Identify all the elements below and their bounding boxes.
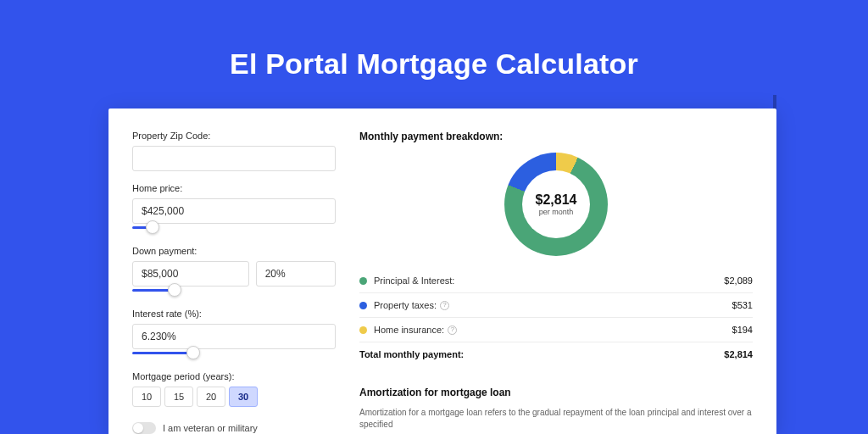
veteran-label: I am veteran or military: [163, 423, 258, 433]
dot-taxes: [359, 302, 367, 309]
donut-sub: per month: [539, 208, 574, 216]
amortization-title: Amortization for mortgage loan: [359, 387, 753, 398]
home-price-label: Home price:: [132, 183, 336, 193]
donut-center: $2,814 per month: [522, 170, 590, 238]
legend-row-taxes: Property taxes: ? $531: [359, 293, 753, 318]
legend-row-principal: Principal & Interest: $2,089: [359, 269, 753, 293]
veteran-row: I am veteran or military: [132, 422, 336, 434]
down-payment-label: Down payment:: [132, 246, 336, 256]
period-segmented: 10 15 20 30: [132, 387, 336, 407]
period-option-20[interactable]: 20: [197, 387, 225, 407]
legend-val-insurance: $194: [732, 325, 753, 335]
info-icon[interactable]: ?: [440, 301, 449, 310]
interest-rate-label: Interest rate (%):: [132, 309, 336, 319]
dot-insurance: [359, 326, 367, 334]
breakdown-title: Monthly payment breakdown:: [359, 131, 753, 142]
total-value: $2,814: [724, 349, 753, 359]
down-payment-percent-input[interactable]: [256, 261, 336, 287]
form-column: Property Zip Code: Home price: Down paym…: [132, 131, 336, 434]
legend: Principal & Interest: $2,089 Property ta…: [359, 268, 753, 366]
period-option-15[interactable]: 15: [164, 387, 193, 407]
donut-chart: $2,814 per month: [504, 153, 608, 256]
veteran-toggle[interactable]: [132, 422, 156, 434]
period-option-30[interactable]: 30: [229, 387, 258, 407]
zip-section: Property Zip Code:: [132, 131, 336, 171]
down-payment-section: Down payment:: [132, 246, 336, 297]
period-section: Mortgage period (years): 10 15 20 30: [132, 371, 336, 407]
legend-row-total: Total monthly payment: $2,814: [359, 342, 753, 366]
calculator-card: Property Zip Code: Home price: Down paym…: [108, 108, 776, 434]
toggle-knob: [133, 423, 143, 433]
legend-name-insurance: Home insurance: ?: [374, 325, 732, 335]
down-payment-amount-input[interactable]: [132, 261, 249, 287]
interest-rate-section: Interest rate (%):: [132, 309, 336, 359]
legend-row-insurance: Home insurance: ? $194: [359, 318, 753, 342]
legend-name-principal: Principal & Interest:: [374, 275, 724, 286]
hero: El Portal Mortgage Calculator: [0, 0, 868, 81]
dot-principal: [359, 277, 367, 285]
period-label: Mortgage period (years):: [132, 371, 336, 381]
interest-rate-input[interactable]: [132, 324, 336, 349]
info-icon[interactable]: ?: [448, 326, 457, 335]
total-label: Total monthly payment:: [359, 349, 724, 359]
home-price-section: Home price:: [132, 183, 336, 234]
zip-label: Property Zip Code:: [132, 131, 336, 141]
interest-rate-slider[interactable]: [132, 348, 336, 359]
home-price-input[interactable]: [132, 198, 336, 224]
amortization-text: Amortization for a mortgage loan refers …: [359, 407, 753, 431]
page-title: El Portal Mortgage Calculator: [0, 47, 868, 81]
donut-amount: $2,814: [536, 192, 577, 208]
donut-wrap: $2,814 per month: [359, 153, 753, 256]
breakdown-column: Monthly payment breakdown: $2,814 per mo…: [359, 131, 753, 434]
home-price-slider[interactable]: [132, 222, 336, 234]
legend-val-principal: $2,089: [724, 275, 753, 286]
legend-name-taxes: Property taxes: ?: [374, 300, 732, 310]
zip-input[interactable]: [132, 146, 336, 171]
down-payment-slider[interactable]: [132, 285, 264, 297]
period-option-10[interactable]: 10: [132, 387, 161, 407]
legend-val-taxes: $531: [732, 300, 753, 310]
